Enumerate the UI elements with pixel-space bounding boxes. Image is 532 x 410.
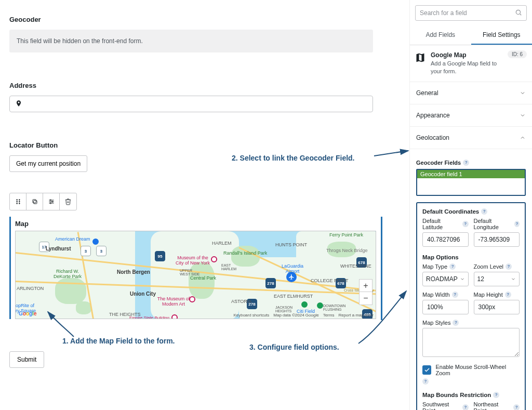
map-place-label: ASTORIA (231, 299, 251, 304)
google-logo: Google (19, 311, 36, 316)
search-icon (515, 9, 522, 18)
map-place-label: Union City (130, 291, 156, 297)
chevron-down-icon (460, 276, 465, 282)
geocoder-fields-select[interactable]: Geocoder field 1 (416, 169, 526, 196)
ne-point-label: Northeast Point (474, 401, 520, 410)
svg-point-0 (16, 200, 17, 201)
scroll-zoom-row[interactable]: Enable Mouse Scroll-Wheel Zoom (422, 364, 520, 376)
map-width-input[interactable] (422, 300, 469, 314)
route-shield: 3 (81, 246, 91, 256)
route-shield: 95 (155, 251, 165, 261)
accordion-general-label: General (416, 89, 438, 97)
poi-pin-icon (301, 301, 308, 308)
map-pin-icon (15, 100, 22, 109)
address-input[interactable] (9, 96, 373, 112)
map-place-label: HUNTS POINT (275, 242, 307, 247)
search-input[interactable]: Search for a field (415, 5, 527, 21)
map-type-label: Map Type (422, 263, 469, 270)
route-shield: 3 (96, 246, 107, 256)
help-icon[interactable] (493, 392, 499, 398)
tab-field-settings[interactable]: Field Settings (471, 26, 533, 45)
help-icon[interactable] (449, 263, 456, 270)
longitude-label: Default Longitude (474, 218, 520, 230)
settings-sidebar: Search for a field Add Fields Field Sett… (409, 0, 532, 410)
help-icon[interactable] (462, 221, 468, 227)
map-report-link[interactable]: Report a map error (338, 313, 374, 318)
field-id-badge: ID: 6 (508, 50, 527, 58)
map-place-label: COLLEGE POINT (311, 278, 349, 283)
help-icon[interactable] (514, 221, 520, 227)
settings-sliders-icon[interactable] (43, 193, 60, 210)
map-icon (415, 52, 425, 63)
help-icon[interactable] (506, 263, 512, 270)
latitude-input[interactable] (422, 232, 469, 247)
route-shield: 278 (265, 278, 276, 288)
field-title: Google Map (431, 51, 509, 59)
sidebar-tabs: Add Fields Field Settings (410, 26, 532, 45)
trash-icon[interactable] (60, 193, 76, 210)
map-label: Map (15, 220, 378, 228)
accordion-appearance[interactable]: Appearance (410, 104, 532, 127)
svg-point-4 (16, 203, 17, 204)
poi-pin-icon (171, 314, 178, 319)
accordion-general[interactable]: General (410, 82, 532, 104)
map-place-label: DOWNTOWN FLUSHING (323, 304, 352, 311)
map-shortcuts-link[interactable]: Keyboard shortcuts (233, 313, 269, 318)
get-position-button[interactable]: Get my current position (9, 155, 87, 172)
help-icon[interactable] (462, 404, 468, 410)
tab-add-fields[interactable]: Add Fields (410, 26, 471, 45)
poi-pin-icon (317, 302, 323, 309)
drag-handle-icon[interactable] (10, 193, 26, 210)
svg-point-1 (19, 200, 20, 201)
scroll-zoom-checkbox[interactable] (422, 365, 431, 375)
field-options-highlight: Default Coordinates Default Latitude Def… (416, 202, 526, 410)
address-field-block: Address (9, 82, 396, 112)
geocoder-label: Geocoder (9, 16, 396, 23)
callout-1: 1. Add the Map Field to the form. (62, 337, 175, 345)
map-place-label: UPPER WEST SIDE (180, 269, 201, 276)
map-place-label: The Museum of Modern Art (155, 296, 192, 307)
help-icon[interactable] (513, 404, 520, 410)
svg-rect-7 (32, 200, 35, 203)
map-styles-textarea[interactable] (422, 328, 520, 357)
help-icon[interactable] (452, 292, 458, 298)
zoom-level-label: Zoom Level (474, 263, 520, 270)
map-height-input[interactable] (474, 300, 520, 314)
duplicate-icon[interactable] (26, 193, 43, 210)
map-place-label: Central Park (190, 275, 216, 281)
map-place-label: LaGuardia Airport (280, 263, 305, 274)
map-canvas[interactable]: 17 3 3 95 278 278 678 678 495 American D… (15, 231, 376, 319)
bounds-heading: Map Bounds Restriction (422, 392, 520, 398)
map-place-label: Ferry Point Park (329, 232, 363, 237)
map-place-label: ARLINGTON (17, 286, 44, 291)
zoom-in-button[interactable]: + (360, 280, 372, 292)
zoom-level-select[interactable]: 12 (474, 272, 520, 286)
map-attribution: Keyboard shortcuts Map data ©2024 Google… (233, 313, 374, 318)
help-icon[interactable] (505, 292, 511, 298)
longitude-input[interactable] (474, 232, 520, 247)
accordion-appearance-label: Appearance (416, 112, 450, 119)
help-icon[interactable] (481, 208, 487, 215)
help-icon[interactable] (422, 378, 429, 385)
map-terms-link[interactable]: Terms (323, 313, 335, 318)
help-icon[interactable] (453, 320, 459, 326)
help-icon[interactable] (463, 160, 469, 166)
submit-button[interactable]: Submit (9, 351, 44, 368)
latitude-label: Default Latitude (422, 218, 469, 230)
svg-point-5 (19, 203, 20, 204)
map-place-label: American Dream (55, 236, 90, 242)
svg-rect-6 (33, 201, 36, 204)
map-height-label: Map Height (474, 292, 520, 298)
map-data-label: Map data ©2024 Google (273, 313, 318, 318)
zoom-out-button[interactable]: − (360, 292, 372, 305)
map-field-block[interactable]: Map 17 3 3 95 278 278 678 67 (9, 217, 378, 319)
map-place-label: WHITESTONE (340, 263, 371, 269)
geocoder-option-1[interactable]: Geocoder field 1 (417, 170, 525, 178)
map-place-label: JACKSON HEIGHTS (275, 306, 299, 313)
svg-point-2 (16, 201, 17, 202)
accordion-geolocation[interactable]: Geolocation (410, 127, 532, 149)
callout-2: 2. Select to link the Geocoder Field. (232, 154, 355, 162)
field-description: Add a Google Map field to your form. (431, 60, 509, 75)
map-type-select[interactable]: ROADMAP (422, 272, 469, 286)
svg-point-3 (19, 201, 20, 202)
